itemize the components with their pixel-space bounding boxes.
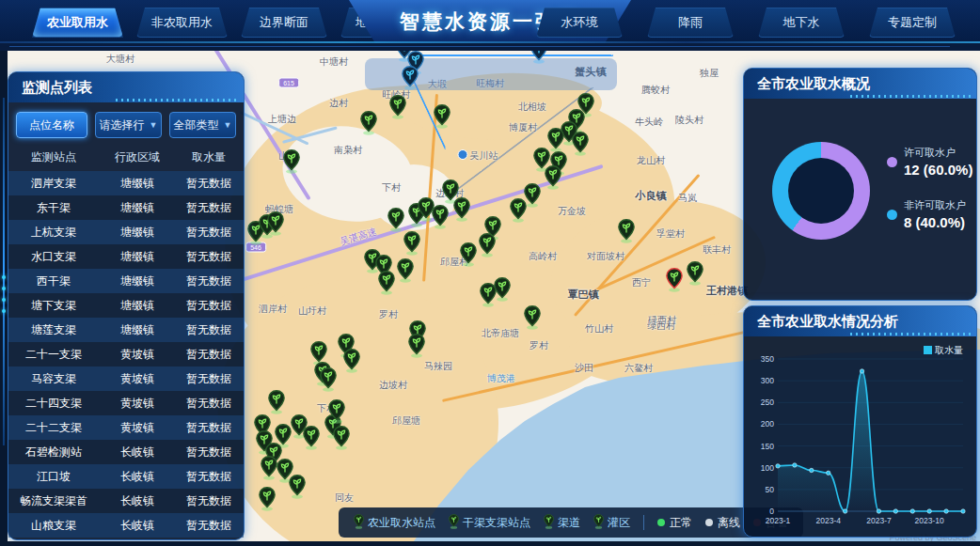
map-pin-green[interactable] <box>387 208 404 236</box>
table-cell: 暂无数据 <box>176 420 242 436</box>
map-pin-green[interactable] <box>618 219 635 247</box>
table-cell: 暂无数据 <box>176 371 242 387</box>
table-row[interactable]: 畅流支渠渠首长岐镇暂无数据 <box>8 489 244 513</box>
map-pin-green[interactable] <box>545 165 561 194</box>
map-pin-green[interactable] <box>289 475 306 503</box>
map-pin-green[interactable] <box>320 367 337 396</box>
map-pin-green[interactable] <box>397 258 414 287</box>
table-cell: 塘缀镇 <box>99 298 176 314</box>
map-pin-green[interactable] <box>389 95 406 123</box>
frame-dot <box>2 287 6 290</box>
map-pin-green[interactable] <box>259 487 276 515</box>
tab-left-2[interactable]: 边界断面 <box>241 8 327 38</box>
map-pin-green[interactable] <box>303 426 320 454</box>
table-row[interactable]: 石碧检测站长岐镇暂无数据 <box>8 440 244 464</box>
map-place-label: 小良镇 <box>636 189 667 203</box>
map-pin-alarm[interactable] <box>666 268 683 296</box>
map-pin-green[interactable] <box>378 271 395 299</box>
table-row[interactable]: 上杭支渠塘缀镇暂无数据 <box>8 220 244 244</box>
map-pin-green[interactable] <box>267 211 284 240</box>
svg-text:取水量: 取水量 <box>935 345 963 355</box>
map-pin-green[interactable] <box>403 231 420 259</box>
legend-pin-icon <box>544 514 554 532</box>
map-pin-green[interactable] <box>453 197 470 226</box>
map-pin-green[interactable] <box>328 399 345 428</box>
legend-item: 灌区 <box>593 514 630 532</box>
svg-text:2023-4: 2023-4 <box>815 516 841 525</box>
type-select[interactable]: 全部类型 ▼ <box>169 112 236 138</box>
tab-left-0[interactable]: 农业取用水 <box>32 8 123 38</box>
active-tab-caret-icon <box>73 2 83 7</box>
svg-text:2023-7: 2023-7 <box>866 516 892 525</box>
map-pin-green[interactable] <box>460 242 477 271</box>
map-pin-green[interactable] <box>434 104 450 133</box>
donut-chart <box>772 142 870 240</box>
train-station-icon <box>458 149 468 160</box>
table-row[interactable]: 水口支渠塘缀镇暂无数据 <box>8 244 244 269</box>
map-pin-green[interactable] <box>408 334 425 362</box>
map-pin-green[interactable] <box>360 111 377 139</box>
nav-tabs-right: 水环境降雨地下水专题定制 <box>536 8 956 38</box>
table-row[interactable]: 二十二支渠黄坡镇暂无数据 <box>8 415 244 440</box>
series-legend-swatch <box>924 346 932 354</box>
bottom-frame <box>0 541 980 546</box>
top-navbar: 农业取用水非农取用水边界断面地表水源地 智慧水资源一张图 水环境降雨地下水专题定… <box>0 0 980 43</box>
map-pin-green[interactable] <box>343 349 360 377</box>
donut-hole <box>788 158 854 224</box>
map-pin-green[interactable] <box>333 426 350 454</box>
map-pin-green[interactable] <box>510 198 527 226</box>
map-pin-green[interactable] <box>494 277 511 305</box>
table-row[interactable]: 塘下支渠塘缀镇暂无数据 <box>8 293 244 318</box>
map-pin-blue[interactable] <box>530 51 547 68</box>
map-pin-green[interactable] <box>687 261 703 289</box>
map-place-label: 北相坡 <box>518 101 546 114</box>
status-dot-icon <box>705 519 713 526</box>
dashboard: 大塘村中塘村大塅旺梅村蟹头镇独屋腾蛟村边村上塘边旺岭村北相坡博厦村牛头岭陵头村山… <box>0 0 980 546</box>
table-row[interactable]: 二十一支渠黄坡镇暂无数据 <box>8 342 244 367</box>
table-row[interactable]: 泗岸支渠塘缀镇暂无数据 <box>8 171 244 195</box>
region-select[interactable]: 请选择行 ▼ <box>95 112 162 138</box>
donut-legend-value: 12 (60.0%) <box>904 162 972 178</box>
map-legend-bar: 农业取水站点 干渠支渠站点 渠道 灌区正常离线告警 <box>339 507 803 538</box>
table-row[interactable]: 江口坡长岐镇暂无数据 <box>8 464 244 489</box>
tab-right-2[interactable]: 地下水 <box>758 8 845 38</box>
donut-legend-entry: 非许可取水户8 (40.0%) <box>887 198 972 230</box>
map-pin-blue[interactable] <box>402 66 419 94</box>
frame-dot <box>2 298 6 302</box>
tab-left-1[interactable]: 非农取用水 <box>136 8 228 38</box>
donut-legend-dot <box>887 157 897 167</box>
table-row[interactable]: 二十四支渠黄坡镇暂无数据 <box>8 391 244 415</box>
table-row[interactable]: 东干渠塘缀镇暂无数据 <box>8 195 244 220</box>
point-name-button[interactable]: 点位名称 <box>16 112 87 138</box>
map-pin-green[interactable] <box>524 305 541 334</box>
donut-legend: 许可取水户12 (60.0%)非许可取水户8 (40.0%) <box>887 146 972 230</box>
tab-right-3[interactable]: 专题定制 <box>869 8 956 38</box>
map-pin-green[interactable] <box>261 456 277 484</box>
map-pin-green[interactable] <box>479 233 496 261</box>
map-pin-green[interactable] <box>572 132 589 160</box>
legend-item-label: 灌区 <box>608 515 630 531</box>
svg-text:300: 300 <box>761 376 774 385</box>
region-select-value: 请选择行 <box>100 117 145 133</box>
table-cell: 东干渠 <box>8 200 99 216</box>
table-header-row: 监测站点行政区域取水量 <box>8 146 244 171</box>
table-cell: 塘莲支渠 <box>8 322 99 338</box>
table-row[interactable]: 马容支渠黄坡镇暂无数据 <box>8 367 244 391</box>
table-cell: 长岐镇 <box>99 493 176 509</box>
map-place-label: 泗岸村 <box>259 303 287 316</box>
header-trim <box>0 43 980 51</box>
table-row[interactable]: 西干渠塘缀镇暂无数据 <box>8 269 244 293</box>
table-cell: 上杭支渠 <box>8 225 99 241</box>
table-row[interactable]: 塘莲支渠塘缀镇暂无数据 <box>8 318 244 342</box>
map-place-label: 马岚 <box>678 192 697 205</box>
map-place-label: 马辣园 <box>424 360 452 373</box>
map-pin-green[interactable] <box>432 205 449 233</box>
legend-item: 农业取水站点 <box>354 514 435 532</box>
table-row[interactable]: 山粮支渠长岐镇暂无数据 <box>8 513 244 538</box>
tab-right-0[interactable]: 水环境 <box>536 8 623 38</box>
table-cell: 暂无数据 <box>176 249 242 265</box>
map-pin-green[interactable] <box>283 149 300 178</box>
table-cell: 二十一支渠 <box>8 347 99 363</box>
tab-right-1[interactable]: 降雨 <box>647 8 734 38</box>
frame-dot <box>2 309 6 313</box>
